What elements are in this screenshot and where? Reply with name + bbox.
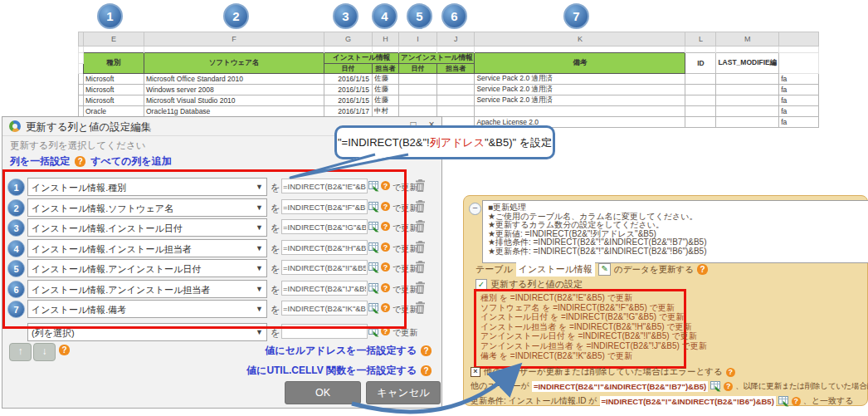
cell-m[interactable] bbox=[716, 74, 779, 85]
cell-id[interactable] bbox=[685, 117, 716, 128]
cell-picker-icon[interactable] bbox=[778, 396, 789, 407]
column-letter-f[interactable]: F bbox=[144, 32, 324, 46]
formula-input[interactable] bbox=[281, 324, 368, 339]
cell-note[interactable]: Service Pack 2.0 適用済 bbox=[475, 95, 685, 106]
column-select[interactable]: インストール情報.インストール担当者 ▼ bbox=[27, 239, 267, 257]
column-letter-m[interactable]: M bbox=[716, 32, 779, 46]
cell-uninstall-person[interactable] bbox=[437, 74, 475, 85]
cell-picker-icon[interactable] bbox=[710, 381, 721, 392]
cell-id[interactable] bbox=[685, 85, 716, 95]
cell-uninstall-date[interactable] bbox=[399, 106, 437, 117]
help-icon[interactable]: ? bbox=[421, 365, 432, 376]
cell-id[interactable] bbox=[685, 95, 716, 106]
help-icon[interactable]: ? bbox=[381, 202, 390, 211]
cell-last[interactable]: fa bbox=[779, 95, 819, 106]
column-letter-i[interactable]: I bbox=[399, 32, 437, 46]
cell-install-person[interactable]: 佐藤 bbox=[373, 74, 399, 85]
cell-type[interactable]: Microsoft bbox=[84, 74, 144, 85]
cell-type[interactable]: Oracle bbox=[84, 106, 144, 117]
formula-input[interactable] bbox=[281, 240, 368, 255]
column-select[interactable]: インストール情報.アンインストール担当者 ▼ bbox=[27, 280, 267, 298]
collapse-icon[interactable]: − bbox=[469, 203, 481, 215]
column-select[interactable]: インストール情報.備考 ▼ bbox=[27, 300, 267, 318]
cell-uninstall-date[interactable] bbox=[399, 85, 437, 95]
cancel-button[interactable]: キャンセル bbox=[366, 381, 441, 404]
help-icon[interactable]: ? bbox=[381, 262, 390, 272]
header-id[interactable]: ID bbox=[685, 53, 716, 74]
formula-input[interactable] bbox=[281, 199, 368, 214]
cell-install-person[interactable]: 佐藤 bbox=[373, 95, 399, 106]
set-utilcellv-link[interactable]: 値にUTIL.CELLV 関数を一括設定する bbox=[246, 364, 417, 378]
formula-input[interactable] bbox=[281, 260, 368, 275]
cell-software[interactable]: Windows server 2008 bbox=[144, 85, 324, 95]
header-software-name[interactable]: ソフトウェア名 bbox=[144, 53, 324, 74]
cell-id[interactable] bbox=[685, 106, 716, 117]
header-install-date[interactable]: 日付 bbox=[324, 64, 373, 74]
header-note[interactable]: 備考 bbox=[475, 53, 685, 74]
help-icon[interactable]: ? bbox=[381, 326, 390, 335]
cell-id[interactable] bbox=[685, 74, 716, 85]
cell-uninstall-date[interactable] bbox=[399, 95, 437, 106]
cell-note[interactable]: Service Pack 2.0 適用済 bbox=[475, 74, 685, 85]
formula-input[interactable] bbox=[281, 179, 368, 193]
help-icon[interactable]: ? bbox=[381, 303, 390, 312]
move-down-button[interactable]: ↓ bbox=[33, 343, 56, 361]
help-icon[interactable]: ? bbox=[75, 156, 85, 167]
cell-m[interactable] bbox=[716, 95, 779, 106]
cell-picker-icon[interactable] bbox=[368, 262, 379, 272]
cell-type[interactable]: Microsoft bbox=[84, 95, 144, 106]
cell[interactable] bbox=[779, 53, 819, 74]
column-select[interactable]: インストール情報.アンインストール日付 ▼ bbox=[27, 259, 267, 277]
cell-software[interactable]: Microsoft Visual Studio 2010 bbox=[144, 95, 324, 106]
batch-set-columns-link[interactable]: 列を一括設定 bbox=[10, 154, 70, 169]
help-icon[interactable]: ? bbox=[726, 368, 735, 377]
cell-last[interactable]: fa bbox=[779, 74, 819, 85]
header-uninstall-person[interactable]: 担当者 bbox=[437, 64, 475, 74]
cell-m[interactable] bbox=[716, 117, 779, 128]
cell-picker-icon[interactable] bbox=[368, 221, 379, 232]
move-up-button[interactable]: ↑ bbox=[9, 343, 32, 361]
help-icon[interactable]: ? bbox=[381, 242, 390, 252]
cell-last[interactable]: fa bbox=[779, 106, 819, 117]
cell-uninstall-date[interactable] bbox=[399, 74, 437, 85]
table-name-input[interactable]: インストール情報 bbox=[516, 262, 595, 277]
add-all-columns-link[interactable]: すべての列を追加 bbox=[90, 154, 171, 169]
header-uninstall-info[interactable]: アンインストール情報 bbox=[399, 53, 475, 64]
column-select[interactable]: インストール情報.種別 ▼ bbox=[27, 178, 267, 196]
trash-icon[interactable] bbox=[415, 301, 426, 314]
column-select[interactable]: インストール情報.インストール日付 ▼ bbox=[27, 218, 267, 237]
help-icon[interactable]: ? bbox=[697, 264, 708, 275]
column-letter-j[interactable]: J bbox=[437, 32, 475, 46]
set-cell-address-link[interactable]: 値にセルアドレスを一括設定する bbox=[265, 344, 417, 358]
help-icon[interactable]: ? bbox=[421, 345, 432, 356]
cell-picker-icon[interactable] bbox=[368, 325, 379, 336]
cell-last[interactable]: fa bbox=[779, 117, 819, 128]
help-icon[interactable]: ? bbox=[381, 181, 390, 190]
column-letter-h[interactable]: H bbox=[373, 32, 399, 46]
trash-icon[interactable] bbox=[415, 281, 426, 294]
header-install-person[interactable]: 担当者 bbox=[373, 64, 399, 74]
cell-m[interactable] bbox=[716, 85, 779, 95]
cell-software[interactable]: Microsoft Office Standard 2010 bbox=[144, 74, 324, 85]
cell-picker-icon[interactable] bbox=[368, 242, 379, 252]
cell-picker-icon[interactable] bbox=[368, 201, 379, 212]
cell-uninstall-person[interactable] bbox=[437, 106, 475, 117]
trash-icon[interactable] bbox=[415, 261, 426, 273]
cell-uninstall-person[interactable] bbox=[437, 95, 475, 106]
cell[interactable] bbox=[79, 64, 84, 74]
help-icon[interactable]: ? bbox=[381, 222, 390, 231]
help-icon[interactable]: ? bbox=[59, 345, 70, 355]
header-type[interactable]: 種別 bbox=[84, 53, 144, 74]
cell-m[interactable] bbox=[716, 106, 779, 117]
cell-picker-icon[interactable] bbox=[368, 302, 379, 313]
formula-input[interactable] bbox=[281, 301, 368, 316]
header-uninstall-date[interactable]: 日付 bbox=[399, 64, 437, 74]
cell-last[interactable]: fa bbox=[779, 85, 819, 95]
trash-icon[interactable] bbox=[415, 179, 426, 192]
header-last-modified[interactable]: LAST_MODIFIE編 bbox=[716, 53, 779, 74]
help-icon[interactable]: ? bbox=[381, 283, 390, 292]
cell-note[interactable] bbox=[475, 106, 685, 117]
cell-install-date[interactable]: 2016/1/15 bbox=[324, 85, 373, 95]
cell-install-date[interactable]: 2016/1/15 bbox=[324, 95, 373, 106]
cell-install-person[interactable]: 佐藤 bbox=[373, 85, 399, 95]
